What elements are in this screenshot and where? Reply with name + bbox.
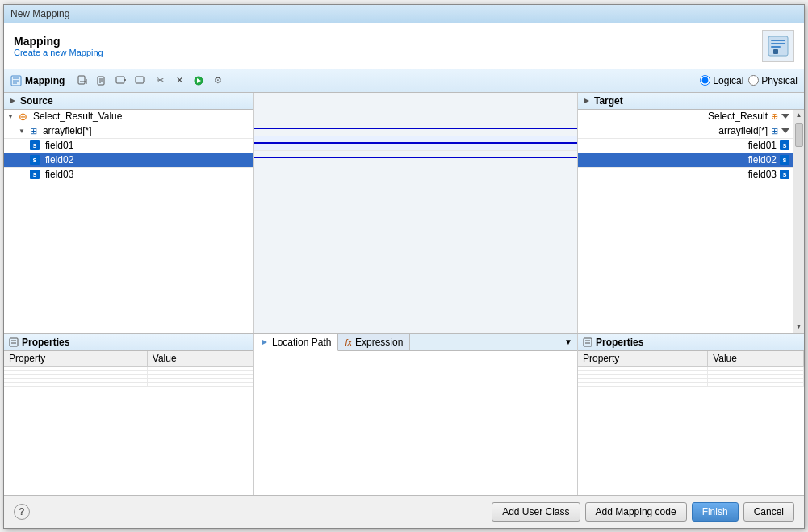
header-subtitle: Create a new Mapping [14,48,103,57]
scroll-up[interactable]: ▲ [793,110,805,121]
location-path-icon [261,338,269,346]
radio-physical-text: Physical [761,75,798,86]
source-title: Source [20,95,53,107]
target-root-arrow [781,112,789,120]
scroll-thumb[interactable] [795,123,803,147]
toolbar-btn-scissors[interactable]: ✂ [152,73,168,89]
target-row-field01[interactable]: field01 s [578,139,793,153]
add-user-class-button[interactable]: Add User Class [492,502,580,522]
source-pane-header: Source [4,93,253,110]
source-tree[interactable]: ▼ ⊕ Select_Result_Value ▼ ⊞ arrayfield[*… [4,110,253,333]
tab-dropdown[interactable]: ▼ [559,335,577,349]
bottom-right: Properties Property Value [578,334,804,495]
finish-button[interactable]: Finish [692,502,739,522]
left-col-value: Value [147,351,253,367]
toolbar: Mapping ✂ ✕ ⚙ Logical Physic [4,69,804,93]
toolbar-btn-4[interactable] [132,73,149,89]
scroll-down[interactable]: ▼ [793,321,805,333]
radio-logical[interactable] [700,75,710,86]
target-field03-icon: s [780,170,789,179]
toolbar-btn-3[interactable] [113,73,129,89]
target-field02-icon: s [780,155,789,165]
target-row-root[interactable]: Select_Result ⊕ [578,110,793,124]
footer-right: Add User Class Add Mapping code Finish C… [492,502,794,522]
right-props-table: Property Value [578,351,804,387]
footer-left: ? [14,504,30,520]
svg-marker-26 [781,114,789,119]
source-row-field03[interactable]: s field03 [4,168,253,182]
source-row-array-label: arrayfield[*] [43,125,92,136]
array-icon: ⊞ [30,126,37,136]
source-pane: Source ▼ ⊕ Select_Result_Value ▼ ⊞ array… [4,93,254,333]
expression-icon: fx [345,337,352,347]
radio-logical-label[interactable]: Logical [700,75,743,86]
dialog-container: New Mapping Mapping Create a new Mapping [3,4,805,529]
radio-physical[interactable] [748,75,759,86]
tab-expression[interactable]: fx Expression [338,334,410,350]
target-array-arrow [781,127,789,135]
radio-physical-label[interactable]: Physical [748,75,798,86]
svg-rect-1 [771,40,785,41]
toolbar-btn-2[interactable] [94,73,110,89]
source-row-root-label: Select_Result_Value [33,111,123,122]
source-row-array[interactable]: ▼ ⊞ arrayfield[*] [4,124,253,139]
tab-expression-label: Expression [355,337,403,348]
dialog-title: New Mapping [10,8,69,19]
add-mapping-code-button[interactable]: Add Mapping code [585,502,687,522]
target-title: Target [594,95,623,107]
bottom-left-content: Property Value [4,351,253,495]
source-row-field02[interactable]: s field02 [4,153,253,168]
expand-array[interactable]: ▼ [19,128,25,135]
mapping-icon [10,75,22,86]
right-col-property: Property [578,351,708,367]
svg-rect-31 [584,338,592,346]
bottom-left-title: Properties [22,337,69,348]
target-scrollbar[interactable]: ▲ ▼ [793,110,804,333]
toolbar-mapping-label: Mapping [25,75,65,86]
middle-pane [254,93,578,333]
svg-rect-28 [10,338,18,346]
target-icon [583,97,591,105]
source-field03-label: field03 [45,169,73,180]
field01-icon: s [30,140,40,150]
svg-marker-25 [584,98,589,103]
bottom-right-title: Properties [596,337,643,348]
dialog-header: Mapping Create a new Mapping [4,23,804,69]
toolbar-label: Mapping [10,75,65,86]
target-array-icon: ⊞ [771,126,778,136]
left-props-row-5 [4,382,253,386]
header-title: Mapping [14,35,103,48]
dialog-footer: ? Add User Class Add Mapping code Finish… [4,495,804,528]
target-row-field02[interactable]: field02 s [578,153,793,168]
target-row-array[interactable]: arrayfield[*] ⊞ [578,124,793,139]
target-row-field03[interactable]: field03 s [578,168,793,182]
tab-bar: Location Path fx Expression ▼ [254,334,577,351]
svg-marker-24 [10,98,15,103]
tab-location-path[interactable]: Location Path [254,334,338,351]
props-right-icon [583,337,592,347]
svg-rect-16 [116,77,124,83]
help-label: ? [19,506,24,517]
toolbar-btn-settings[interactable]: ⚙ [210,73,226,89]
bottom-middle-content[interactable] [254,351,577,495]
svg-rect-4 [773,49,778,54]
toolbar-btn-green[interactable] [190,73,207,89]
field03-icon: s [30,170,40,179]
target-root-icon: ⊕ [771,111,778,122]
toolbar-btn-1[interactable] [74,73,90,89]
help-button[interactable]: ? [14,504,30,520]
target-field01-label: field01 [748,140,777,151]
svg-rect-2 [771,43,785,44]
target-tree[interactable]: Select_Result ⊕ arrayfield[*] ⊞ fiel [578,110,793,333]
expand-root[interactable]: ▼ [7,113,14,120]
root-icon: ⊕ [19,111,27,123]
cancel-button[interactable]: Cancel [743,502,794,522]
toolbar-btn-x[interactable]: ✕ [171,73,187,89]
field02-icon: s [30,155,40,165]
source-field01-label: field01 [45,140,73,151]
source-row-root[interactable]: ▼ ⊕ Select_Result_Value [4,110,253,124]
svg-rect-9 [78,76,85,84]
header-text: Mapping Create a new Mapping [14,35,103,57]
source-row-field01[interactable]: s field01 [4,139,253,153]
source-field02-label: field02 [45,154,73,165]
